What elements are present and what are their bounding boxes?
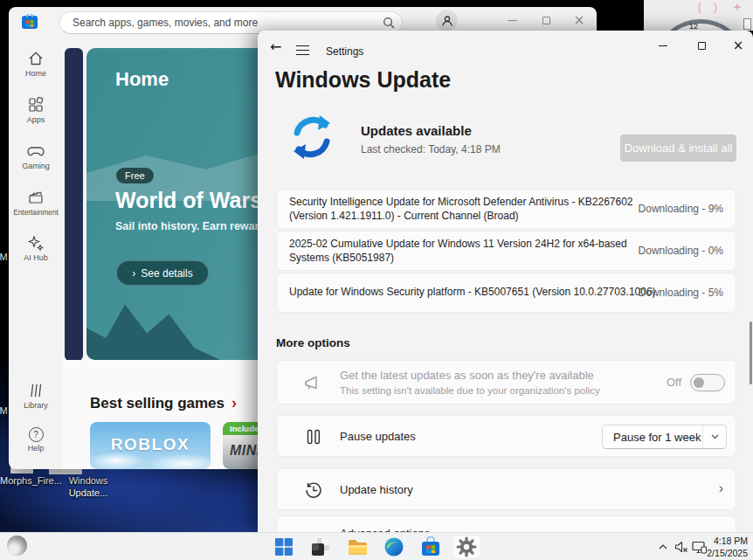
settings-app-title: Settings xyxy=(326,45,363,58)
store-minimize-button[interactable] xyxy=(500,10,526,30)
clock-hour-12: 12 xyxy=(689,22,698,31)
windows-logo-icon xyxy=(274,537,294,557)
clock-widget-fragment: ( ) + 12 xyxy=(644,0,753,31)
store-page-title: Home xyxy=(115,68,169,91)
price-badge: Free xyxy=(116,168,154,183)
taskbar-corner-orb-icon[interactable] xyxy=(7,536,27,556)
sidebar-item-library[interactable]: Library xyxy=(9,382,63,410)
back-button[interactable]: ← xyxy=(270,38,281,55)
decorative-glyph: + xyxy=(734,0,741,14)
tray-volume-button[interactable] xyxy=(673,536,690,558)
desktop-icon-label-fragment-1: M xyxy=(0,252,8,264)
more-options-heading: More options xyxy=(276,336,350,349)
windows-update-sync-icon xyxy=(287,112,337,162)
settings-maximize-button[interactable] xyxy=(687,36,715,55)
pause-duration-dropdown[interactable]: Pause for 1 week xyxy=(602,425,727,449)
decorative-glyph: ( xyxy=(698,1,701,13)
updates-available-title: Updates available xyxy=(361,123,472,138)
label-line-2: Update... xyxy=(69,487,108,498)
settings-taskbar-button[interactable] xyxy=(455,536,478,558)
scrollbar-thumb[interactable] xyxy=(750,321,752,384)
help-icon: ? xyxy=(29,427,44,442)
analog-clock-face xyxy=(653,19,749,31)
update-row: Update for Windows Security platform - K… xyxy=(276,273,736,313)
download-status: Downloading - 5% xyxy=(639,287,723,299)
chevron-right-icon: › xyxy=(719,480,723,496)
settings-close-button[interactable]: × xyxy=(724,36,752,55)
store-close-button[interactable]: × xyxy=(566,10,592,30)
folder-icon xyxy=(347,536,369,558)
file-explorer-button[interactable] xyxy=(346,536,369,558)
store-bag-icon xyxy=(420,536,441,557)
download-status: Downloading - 9% xyxy=(639,203,723,215)
settings-window: ← Settings × Windows Update Updates avai… xyxy=(258,31,753,535)
edge-browser-button[interactable] xyxy=(383,536,405,558)
chevron-right-icon: › xyxy=(231,394,237,412)
history-clock-icon xyxy=(304,480,323,500)
microsoft-store-button[interactable] xyxy=(419,536,442,558)
chevron-down-icon[interactable] xyxy=(702,425,726,448)
see-details-button[interactable]: › See details xyxy=(116,260,209,286)
label-line-1: Windows xyxy=(69,475,108,486)
edge-icon xyxy=(383,536,404,557)
sidebar-item-gaming[interactable]: Gaming xyxy=(9,142,63,170)
get-latest-updates-toggle[interactable] xyxy=(690,374,725,391)
home-icon xyxy=(27,50,45,67)
sidebar-item-help[interactable]: ? Help xyxy=(9,427,63,453)
apps-icon xyxy=(27,96,45,114)
library-icon xyxy=(27,382,45,399)
chevron-up-icon xyxy=(659,544,667,550)
get-latest-updates-row: Get the latest updates as soon as they'r… xyxy=(276,360,736,404)
tray-time-label: 4:18 PM xyxy=(695,536,748,548)
download-status: Downloading - 0% xyxy=(639,245,723,257)
carousel-previous-card-edge[interactable] xyxy=(65,48,83,361)
person-icon xyxy=(441,15,453,27)
best-selling-games-heading[interactable]: Best selling games › xyxy=(90,394,237,412)
search-icon[interactable] xyxy=(383,17,395,29)
decorative-glyph: ) xyxy=(714,1,717,13)
tray-clock[interactable]: 4:18 PM 2/15/2025 xyxy=(695,536,748,559)
hero-game-subtitle: Sail into history. Earn rewards xyxy=(115,220,272,232)
sparkles-icon xyxy=(27,234,45,252)
update-row: Security Intelligence Update for Microso… xyxy=(276,189,736,229)
tray-show-hidden-icons-button[interactable] xyxy=(655,536,671,558)
desktop-icon-label-windows-update[interactable]: WindowsUpdate... xyxy=(61,475,115,499)
page-title: Windows Update xyxy=(275,67,451,93)
sidebar-item-ai-hub[interactable]: AI Hub xyxy=(9,234,63,262)
toggle-state-label: Off xyxy=(667,376,681,389)
account-avatar[interactable] xyxy=(436,10,458,31)
sidebar-item-apps[interactable]: Apps xyxy=(9,96,63,124)
taskbar-app-dark-window[interactable] xyxy=(309,536,332,558)
store-maximize-button[interactable] xyxy=(533,10,559,30)
speaker-muted-icon xyxy=(674,541,688,553)
gear-icon xyxy=(456,536,477,557)
last-checked-text: Last checked: Today, 4:18 PM xyxy=(361,143,501,156)
game-tile-roblox[interactable]: ROBLOX xyxy=(90,422,211,469)
gamepad-icon xyxy=(26,142,45,160)
start-button[interactable] xyxy=(273,536,295,558)
update-history-row[interactable]: Update history › xyxy=(276,468,736,510)
megaphone-icon xyxy=(302,373,323,394)
taskbar: 4:18 PM 2/15/2025 xyxy=(0,532,753,560)
desktop: ↗ Morphs_Fire... WindowsUpdate... M M ( … xyxy=(0,0,753,560)
layered-windows-icon xyxy=(310,536,331,557)
hamburger-menu-button[interactable] xyxy=(296,45,309,59)
sidebar-item-entertainment[interactable]: Entertainment xyxy=(9,189,63,217)
settings-minimize-button[interactable] xyxy=(649,36,677,55)
clapperboard-icon xyxy=(27,189,45,206)
roblox-logo: ROBLOX xyxy=(90,435,211,454)
tray-date-label: 2/15/2025 xyxy=(695,548,748,560)
sidebar-item-home[interactable]: Home xyxy=(9,50,63,78)
download-install-all-button[interactable]: Download & install all xyxy=(620,135,736,162)
update-row: 2025-02 Cumulative Update for Windows 11… xyxy=(276,231,736,271)
desktop-icon-label-fragment-2: M xyxy=(0,405,8,418)
mini-window-icon xyxy=(743,18,751,30)
pause-updates-row: Pause updates Pause for 1 week xyxy=(276,415,736,457)
pause-icon xyxy=(306,428,321,446)
store-logo-icon xyxy=(22,14,38,30)
desktop-icon-label-morphs[interactable]: Morphs_Fire... xyxy=(0,475,59,487)
chevron-right-icon: › xyxy=(132,267,135,280)
